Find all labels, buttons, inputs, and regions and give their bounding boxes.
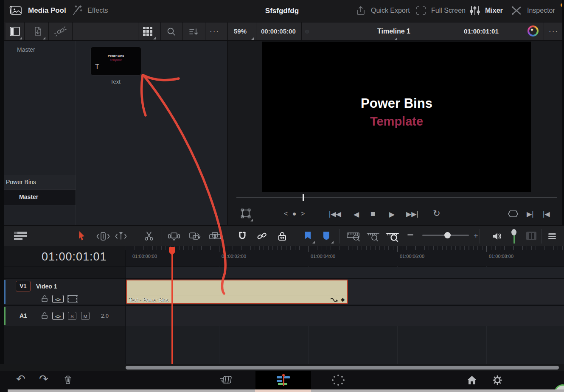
timeline-menu-button[interactable] xyxy=(548,232,556,241)
audio-track-autoselect-button[interactable]: <> xyxy=(52,312,64,320)
add-marker-button[interactable] xyxy=(303,231,312,243)
clip-color-shield-icon xyxy=(322,231,331,241)
edit-page-button[interactable] xyxy=(277,374,290,386)
search-button[interactable] xyxy=(166,26,177,39)
relink-media-button[interactable] xyxy=(54,26,67,39)
insert-clip-button[interactable] xyxy=(167,231,181,243)
playhead-scroll-button[interactable] xyxy=(511,229,517,244)
viewer-canvas[interactable]: Power Bins Template xyxy=(262,42,531,192)
play-in-out-button[interactable]: ▶| xyxy=(527,210,533,218)
jog-control[interactable]: < ● > xyxy=(284,210,306,218)
trim-edit-mode-button[interactable] xyxy=(96,231,110,243)
speaker-icon xyxy=(491,231,502,242)
ruler-label: 01:00:06:00 xyxy=(400,254,424,259)
bin-item-master[interactable]: Master xyxy=(17,46,35,53)
mixer-button[interactable]: Mixer xyxy=(469,4,503,17)
power-bins-master-item[interactable]: Master xyxy=(0,190,76,205)
timeline-gap-row xyxy=(126,267,564,278)
audio-track-id[interactable]: A1 xyxy=(20,312,27,319)
timeline-selector[interactable]: Timeline 1 xyxy=(313,28,474,35)
cut-page-button[interactable] xyxy=(219,374,234,388)
play-prev-button[interactable]: |◀ xyxy=(543,210,550,218)
step-back-button[interactable]: ◀ xyxy=(354,210,359,219)
play-button[interactable]: ▶ xyxy=(389,210,395,219)
video-track-badge[interactable]: V1 xyxy=(16,281,31,291)
zoom-full-icon xyxy=(346,231,361,242)
lock-icon xyxy=(40,312,49,319)
scrubber-playhead[interactable] xyxy=(303,194,304,201)
overwrite-clip-button[interactable] xyxy=(188,231,202,243)
relink-chain-icon xyxy=(54,26,67,37)
redo-button[interactable]: ↷ xyxy=(39,372,48,386)
audio-monitor-button[interactable] xyxy=(491,231,502,244)
video-track-id: V1 xyxy=(20,283,27,289)
color-page-button[interactable] xyxy=(332,374,345,386)
zoom-full-extent-button[interactable] xyxy=(346,231,361,244)
media-clip-text[interactable]: Power Bins Template T Text xyxy=(90,47,140,86)
auto-color-button[interactable]: ✦ xyxy=(528,25,539,36)
left-edge xyxy=(0,0,4,364)
go-to-start-button[interactable]: |◀◀ xyxy=(329,210,341,218)
pool-more-button[interactable]: ··· xyxy=(210,27,219,36)
clip-color-button[interactable] xyxy=(322,231,331,243)
zoom-out-button[interactable] xyxy=(407,234,413,235)
video-track-name[interactable]: Video 1 xyxy=(36,283,57,290)
timeline-timecode: 01:00:01:01 xyxy=(42,250,107,263)
link-clips-button[interactable] xyxy=(256,231,267,244)
inspector-button[interactable]: Inspector xyxy=(510,4,555,17)
retime-curve-icon[interactable] xyxy=(330,297,339,303)
audio-track-mute-button[interactable]: M xyxy=(81,312,90,320)
video-track-lock-button[interactable] xyxy=(40,295,49,304)
home-button[interactable] xyxy=(466,374,478,388)
audio-track-lock-button[interactable] xyxy=(40,312,49,321)
settings-button[interactable] xyxy=(491,374,503,388)
zoom-slider-knob[interactable] xyxy=(444,232,451,238)
place-on-top-button[interactable] xyxy=(208,231,222,243)
sort-button[interactable] xyxy=(188,26,200,39)
zoom-slider[interactable] xyxy=(422,235,469,236)
audio-track-solo-button[interactable]: S xyxy=(68,312,76,320)
timeline-clip-text-power-bins[interactable]: Text - Power Bins ◆ xyxy=(126,280,348,304)
timeline-view-options-button[interactable] xyxy=(14,232,27,241)
title-type-glyph: T xyxy=(95,63,99,71)
keyframe-icon[interactable]: ◆ xyxy=(341,297,345,302)
position-lock-button[interactable] xyxy=(277,231,288,244)
zoom-detail-button[interactable] xyxy=(366,231,380,244)
dynamic-trim-icon xyxy=(114,231,128,241)
full-screen-button[interactable]: Full Screen xyxy=(415,4,466,17)
zoom-in-button[interactable]: + xyxy=(474,232,478,241)
track-height-button[interactable] xyxy=(526,232,536,240)
zoom-custom-icon xyxy=(385,231,400,242)
grid-view-button[interactable] xyxy=(143,27,152,36)
selection-tool-button[interactable] xyxy=(77,230,87,243)
video-track-filmstrip-button[interactable] xyxy=(67,295,78,302)
right-edge xyxy=(562,0,564,225)
timeline-selector-dropdown[interactable] xyxy=(395,37,397,40)
power-bins-header[interactable]: Power Bins xyxy=(0,175,76,190)
sort-icon xyxy=(188,26,200,37)
timeline-playhead-line[interactable] xyxy=(171,248,173,364)
video-track-autoselect-button[interactable]: <> xyxy=(52,295,64,303)
dynamic-trim-button[interactable] xyxy=(114,231,128,243)
import-media-button[interactable] xyxy=(32,26,44,39)
quick-export-button[interactable]: Quick Export xyxy=(355,4,410,17)
viewer-scrubber[interactable] xyxy=(236,197,557,198)
loop-range-button[interactable] xyxy=(507,209,519,220)
go-to-end-button[interactable]: ▶▶| xyxy=(406,210,418,218)
zoom-custom-button[interactable] xyxy=(385,231,400,244)
timeline-scrollbar[interactable] xyxy=(0,364,564,371)
stop-button[interactable]: ■ xyxy=(370,209,375,218)
viewer-zoom-level[interactable]: 59% xyxy=(234,28,247,35)
delete-button[interactable] xyxy=(64,375,72,386)
viewer-zoom-dropdown[interactable] xyxy=(251,37,254,40)
undo-button[interactable]: ↶ xyxy=(16,372,25,386)
bin-panel-toggle-button[interactable] xyxy=(8,26,21,39)
viewer-more-button[interactable]: ··· xyxy=(549,27,558,36)
timeline-ruler[interactable]: 01:00:00:00 01:00:02:00 01:00:04:00 01:0… xyxy=(126,246,564,266)
link-chain-icon xyxy=(256,231,267,242)
razor-tool-button[interactable] xyxy=(143,231,154,244)
loop-button[interactable]: ↻ xyxy=(433,208,441,218)
scrollbar-thumb[interactable] xyxy=(126,366,559,370)
snapping-button[interactable] xyxy=(237,231,248,244)
transform-tool-button[interactable] xyxy=(240,208,251,221)
